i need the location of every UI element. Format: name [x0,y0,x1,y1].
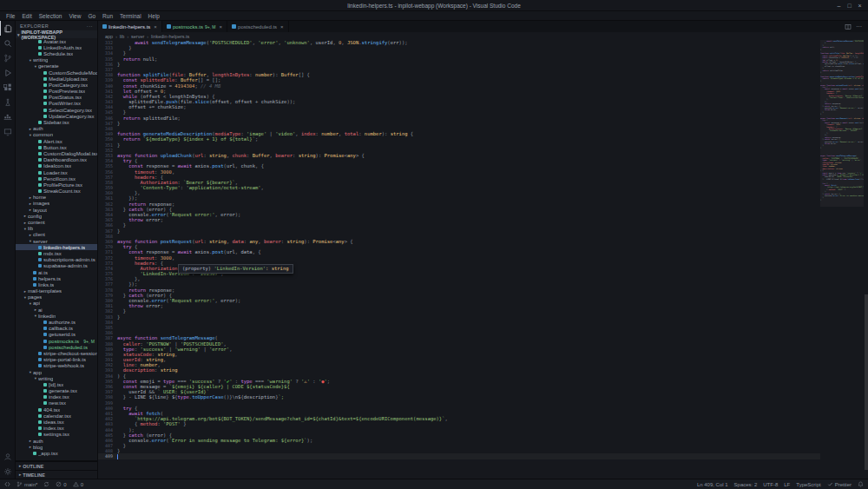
tree-item-images[interactable]: ▸images [16,201,97,207]
tree-item-stripe-webhook-ts[interactable]: stripe-webhook.ts [16,363,97,369]
tree-item-config[interactable]: ▸config [16,213,97,219]
tree-item-callback-ts[interactable]: callback.ts [16,326,97,332]
code-line-409[interactable]: 409 [98,453,820,459]
tree-item-dashboardicon-tsx[interactable]: DashboardIcon.tsx [16,157,97,163]
tree-item-postscheduled-ts[interactable]: postscheduled.ts [16,344,97,350]
tab-postscheduled-ts[interactable]: postscheduled.ts× [227,21,289,32]
tree-item-customdialogmodal-tsx[interactable]: CustomDialogModal.tsx [16,150,97,156]
tree-item-lib[interactable]: ▾lib [16,226,97,232]
tree-item-pencilicon-tsx[interactable]: PencilIcon.tsx [16,175,97,182]
tree-item-helpers-ts[interactable]: helpers.ts [16,275,97,281]
tree-item-layout[interactable]: ▸layout [16,207,97,213]
tree-item-writing[interactable]: ▾writing [16,57,97,63]
breadcrumb-item-linkedin-helpers-ts[interactable]: linkedin-helpers.ts [151,34,189,39]
tree-item-profilepicture-tsx[interactable]: ProfilePicture.tsx [16,182,97,188]
status-sync-changes[interactable] [43,481,49,487]
tree-item-streakcount-tsx[interactable]: StreakCount.tsx [16,188,97,195]
activity-files-icon[interactable] [0,21,15,36]
status-cursor-position[interactable]: Ln 409, Col 1 [697,482,728,487]
tree-item-linkedin[interactable]: ▾linkedin [16,313,97,319]
maximize-icon[interactable]: □ [845,3,854,9]
activity-run-and-debug-icon[interactable] [0,65,15,80]
tree-item-schedule-tsx[interactable]: Schedule.tsx [16,50,97,56]
minimap[interactable]: await sendTelegramMessage('POSTSCHEDULED… [820,40,864,479]
tree-item-avatar-tsx[interactable]: Avatar.tsx [16,38,97,44]
status-git-branch[interactable]: main* [16,481,37,487]
activity-docker-icon[interactable] [0,109,15,124]
tree-item-postmocks-ts[interactable]: postmocks.ts9+, M [16,338,97,344]
status-errors[interactable]: 0 [56,481,66,487]
tree-item-supabase-admin-ts[interactable]: supabase-admin.ts [16,263,97,269]
tree-item-postwriter-tsx[interactable]: PostWriter.tsx [16,101,97,107]
tree-item-index-tsx[interactable]: index.tsx [16,394,97,400]
tree-item-blog[interactable]: ▸blog [16,444,97,450]
menu-edit[interactable]: Edit [18,13,35,19]
menu-run[interactable]: Run [99,13,116,19]
tree-item-alert-tsx[interactable]: Alert.tsx [16,138,97,144]
tree-item-ideas-tsx[interactable]: ideas.tsx [16,419,97,425]
tree-item-app-tsx[interactable]: _app.tsx [16,450,97,456]
status-warnings[interactable]: 0 [73,481,83,487]
tree-item-auth[interactable]: ▸auth [16,126,97,132]
status-encoding[interactable]: UTF-8 [763,482,778,487]
tree-item-authorize-ts[interactable]: authorize.ts [16,319,97,325]
tree-item-linkedinauth-tsx[interactable]: LinkedInAuth.tsx [16,44,97,50]
tree-item-ai-ts[interactable]: ai.ts [16,269,97,275]
breadcrumb-item-lib[interactable]: lib [120,34,125,39]
tree-item-linkedin-helpers-ts[interactable]: linkedin-helpers.ts [16,244,97,250]
tree-item-generate-tsx[interactable]: generate.tsx [16,388,97,394]
tree-item-poststatus-tsx[interactable]: PostStatus.tsx [16,95,97,101]
tree-item-server[interactable]: ▾server [16,238,97,244]
tree-item-mediaupload-tsx[interactable]: MediaUpload.tsx [16,76,97,82]
status-indentation[interactable]: Spaces: 2 [734,482,758,487]
close-icon[interactable]: × [280,24,284,30]
tree-item-settings-tsx[interactable]: settings.tsx [16,432,97,438]
tree-item-index-tsx[interactable]: index.tsx [16,426,97,432]
tree-item-mail-templates[interactable]: ▸mail-templates [16,288,97,294]
scrollbar-thumb[interactable] [865,294,868,470]
tree-item-mdx-tsx[interactable]: mdx.tsx [16,250,97,256]
tree-item-links-ts[interactable]: links.ts [16,281,97,287]
menu-help[interactable]: Help [145,13,163,19]
close-icon[interactable]: × [220,24,223,30]
status-language-mode[interactable]: TypeScript [796,482,820,487]
tree-item-postpreview-tsx[interactable]: PostPreview.tsx [16,89,97,95]
tree-item-content[interactable]: ▸content [16,219,97,225]
workspace-section-header[interactable]: ▾ INPILOT-WEBAPP (WORKSPACE) [16,30,97,38]
menu-file[interactable]: File [3,13,18,19]
activity-extensions-icon[interactable] [0,80,15,95]
menu-go[interactable]: Go [84,13,99,19]
tree-item-ai[interactable]: ▸ai [16,307,97,313]
menu-view[interactable]: View [65,13,84,19]
tree-item-app[interactable]: ▾app [16,369,97,375]
tree-item-customschedulemodal-tsx[interactable]: CustomScheduleModal.tsx [16,69,97,76]
tree-item-getuserid-ts[interactable]: getuserid.ts [16,332,97,338]
tree-item-stripe-checkout-session-ts[interactable]: stripe-checkout-session.ts [16,350,97,356]
activity-testing-icon[interactable] [0,95,15,109]
tree-item-api[interactable]: ▾api [16,301,97,307]
tree-item-button-tsx[interactable]: Button.tsx [16,144,97,150]
tree-item-client[interactable]: ▸client [16,232,97,238]
split-editor-icon[interactable] [845,23,852,30]
more-actions-icon[interactable]: ⋯ [856,23,863,30]
tree-item-pages[interactable]: ▾pages [16,294,97,301]
minimize-icon[interactable]: – [834,3,844,9]
close-icon[interactable]: × [154,24,157,30]
tree-item-generate[interactable]: ▾generate [16,63,97,69]
tree-item-ideaicon-tsx[interactable]: IdeaIcon.tsx [16,163,97,169]
code-area[interactable]: 332 await sendTelegramMessage('POSTSCHED… [98,40,820,479]
tree-item-writing[interactable]: ▾writing [16,375,97,381]
status-formatter[interactable]: Prettier [827,481,852,487]
sidebar-section-timeline[interactable]: ▸TIMELINE [16,470,97,479]
activity-search-icon[interactable] [0,36,15,50]
status-remote-indicator[interactable] [4,481,10,487]
status-notifications[interactable] [858,481,864,487]
tree-item-404-tsx[interactable]: 404.tsx [16,406,97,413]
explorer-more-actions-icon[interactable]: ··· [87,23,93,29]
tree-item-home[interactable]: ▸home [16,195,97,201]
activity-remote-explorer-icon[interactable] [0,124,15,139]
menu-selection[interactable]: Selection [36,13,66,19]
activity-account-icon[interactable] [0,449,15,464]
menu-terminal[interactable]: Terminal [116,13,145,19]
close-icon[interactable]: × [855,3,865,9]
